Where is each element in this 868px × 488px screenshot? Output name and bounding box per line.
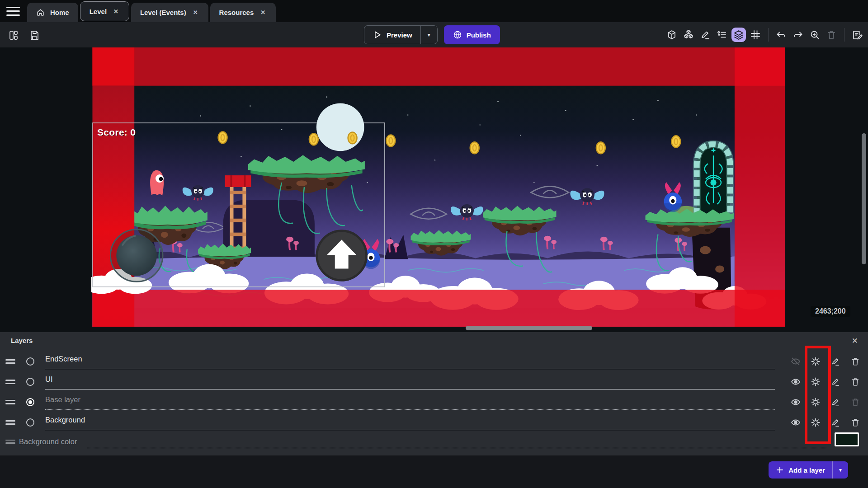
lighting-icon[interactable] — [806, 372, 826, 392]
redo-icon — [793, 29, 803, 40]
add-layer-dropdown[interactable]: ▼ — [833, 468, 848, 473]
horizontal-scrollbar[interactable] — [466, 326, 592, 330]
project-manager-icon — [8, 30, 19, 41]
drag-handle-icon[interactable] — [5, 400, 18, 404]
background-color-swatch[interactable] — [835, 432, 859, 446]
layer-row-background: Background — [0, 413, 868, 432]
tab-label: Home — [50, 9, 69, 16]
cube-icon — [666, 29, 677, 40]
jump-button-control[interactable] — [317, 231, 367, 281]
layer-radio[interactable] — [26, 378, 34, 386]
scene-properties-button[interactable] — [850, 28, 864, 42]
tab-label: Level — [90, 8, 107, 15]
edit-note-icon — [852, 29, 863, 41]
lighting-icon[interactable] — [806, 352, 826, 371]
background-color-row: Background color — [0, 432, 868, 451]
layer-name-field[interactable]: Background — [45, 415, 775, 430]
panel-footer: Add a layer ▼ — [0, 455, 868, 488]
zoom-in-icon — [809, 29, 820, 40]
save-icon — [29, 30, 40, 41]
delete-layer-icon[interactable] — [845, 413, 865, 432]
tab-level-events[interactable]: Level (Events) ✕ — [131, 3, 208, 22]
redo-button[interactable] — [791, 28, 805, 42]
project-manager-button[interactable] — [6, 28, 21, 42]
edit-button[interactable] — [698, 28, 712, 42]
undo-icon — [776, 29, 787, 40]
player-ghost[interactable] — [150, 170, 164, 196]
pencil-icon — [700, 29, 711, 40]
delete-button[interactable] — [824, 28, 839, 42]
delete-layer-icon[interactable] — [845, 372, 865, 392]
preview-button[interactable]: Preview ▼ — [364, 25, 438, 44]
lighting-icon[interactable] — [806, 392, 826, 412]
instances-list-icon — [717, 29, 727, 40]
play-icon — [373, 30, 382, 39]
scene-editor-canvas: Score: 0 2463;200 — [0, 47, 868, 328]
globe-icon — [453, 30, 462, 39]
edit-layer-icon[interactable] — [826, 392, 845, 412]
vertical-scrollbar[interactable] — [862, 133, 866, 264]
layers-icon — [733, 29, 744, 40]
drag-handle-icon[interactable] — [5, 380, 18, 384]
background-color-label: Background color — [19, 437, 77, 446]
close-tab-icon[interactable]: ✕ — [259, 8, 267, 17]
close-tab-icon[interactable]: ✕ — [192, 8, 199, 17]
scene-canvas[interactable] — [91, 47, 786, 327]
preview-options-dropdown[interactable]: ▼ — [421, 33, 437, 38]
portal-arch[interactable] — [697, 144, 730, 215]
grid-button[interactable] — [748, 28, 763, 42]
instances-list-button[interactable] — [715, 28, 729, 42]
trash-icon — [826, 29, 837, 40]
app-window: Home Level ✕ Level (Events) ✕ Resources … — [0, 0, 868, 488]
visibility-icon[interactable] — [786, 392, 806, 412]
layers-panel-button[interactable] — [731, 28, 746, 42]
visibility-off-icon[interactable] — [786, 352, 806, 371]
tab-resources[interactable]: Resources ✕ — [210, 3, 276, 22]
layer-radio-selected[interactable] — [26, 398, 34, 406]
layer-row-base: Base layer — [0, 392, 868, 412]
delete-layer-icon-disabled — [845, 392, 865, 412]
publish-label: Publish — [467, 31, 491, 39]
drag-handle-icon[interactable] — [5, 359, 18, 364]
edit-layer-icon[interactable] — [826, 413, 845, 432]
main-menu-button[interactable] — [6, 7, 20, 16]
save-button[interactable] — [27, 28, 42, 42]
moon[interactable] — [316, 103, 364, 151]
layer-name-field[interactable]: EndScreen — [45, 354, 775, 369]
layer-radio[interactable] — [26, 418, 34, 427]
drag-handle-icon[interactable] — [5, 420, 18, 425]
close-panel-icon[interactable]: ✕ — [849, 335, 861, 347]
layers-panel-title: Layers — [11, 337, 33, 344]
coin[interactable] — [348, 132, 357, 144]
zoom-in-button[interactable] — [807, 28, 822, 42]
tab-bar: Home Level ✕ Level (Events) ✕ Resources … — [0, 0, 868, 22]
delete-layer-icon[interactable] — [845, 352, 865, 371]
home-icon — [36, 8, 45, 17]
toolbar: Preview ▼ Publish — [0, 22, 868, 47]
publish-button[interactable]: Publish — [444, 25, 500, 44]
layer-name-field[interactable]: Base layer — [45, 394, 775, 410]
visibility-icon[interactable] — [786, 413, 806, 432]
object-3d-button[interactable] — [665, 28, 679, 42]
lighting-icon[interactable] — [806, 413, 826, 432]
preview-label: Preview — [387, 31, 412, 39]
cursor-coordinates-badge: 2463;200 — [811, 306, 850, 317]
add-layer-label: Add a layer — [788, 466, 825, 474]
close-tab-icon[interactable]: ✕ — [112, 7, 120, 16]
score-text: Score: 0 — [97, 127, 136, 138]
layer-name-field[interactable]: UI — [45, 374, 775, 389]
edit-layer-icon[interactable] — [826, 372, 845, 392]
layer-row-ui: UI — [0, 372, 868, 392]
tab-label: Level (Events) — [140, 9, 186, 16]
joystick-control[interactable] — [110, 230, 163, 282]
layers-panel: Layers ✕ EndScreen UI — [0, 332, 868, 488]
tab-home[interactable]: Home — [27, 3, 78, 22]
edit-layer-icon[interactable] — [826, 352, 845, 371]
objects-button[interactable] — [681, 28, 696, 42]
add-layer-button[interactable]: Add a layer ▼ — [769, 461, 848, 479]
tab-level[interactable]: Level ✕ — [80, 1, 129, 21]
undo-button[interactable] — [774, 28, 788, 42]
grid-icon — [750, 29, 761, 40]
layer-radio[interactable] — [26, 357, 34, 366]
visibility-icon[interactable] — [786, 372, 806, 392]
